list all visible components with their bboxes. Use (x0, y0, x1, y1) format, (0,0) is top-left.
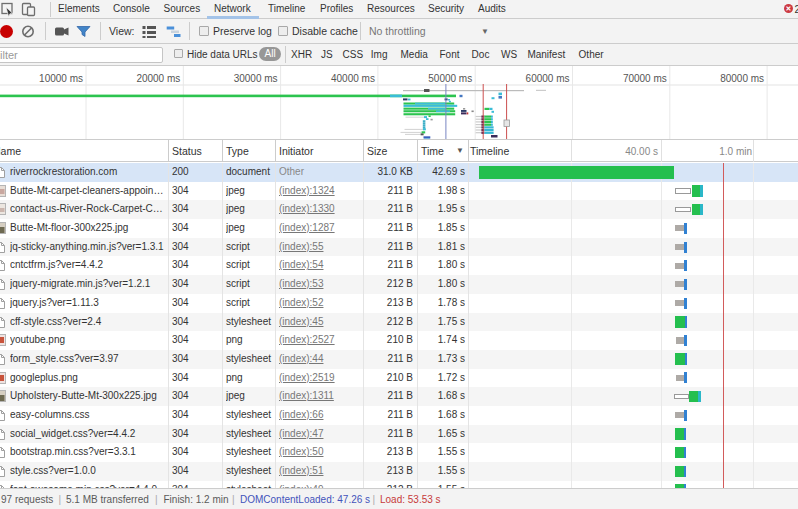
svg-text:30000 ms: 30000 ms (234, 73, 278, 84)
svg-text:70000 ms: 70000 ms (623, 73, 667, 84)
svg-text:50000 ms: 50000 ms (428, 73, 472, 84)
svg-text:80000 ms: 80000 ms (720, 73, 764, 84)
svg-text:60000 ms: 60000 ms (526, 73, 570, 84)
svg-text:20000 ms: 20000 ms (136, 73, 180, 84)
svg-text:10000 ms: 10000 ms (39, 73, 83, 84)
svg-text:40000 ms: 40000 ms (331, 73, 375, 84)
